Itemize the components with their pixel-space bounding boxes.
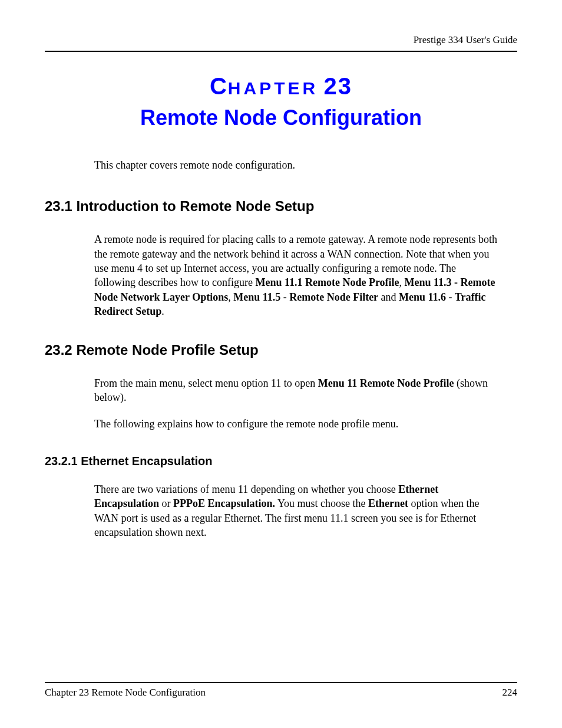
section-23-2-1-paragraph: There are two variations of menu 11 depe… <box>94 482 500 539</box>
section-23-2-paragraph-1: From the main menu, select menu option 1… <box>94 376 500 405</box>
header-guide-title: Prestige 334 User's Guide <box>45 34 517 46</box>
footer-chapter-label: Chapter 23 Remote Node Configuration <box>45 687 206 699</box>
text-run: or <box>159 498 173 509</box>
chapter-intro: This chapter covers remote node configur… <box>94 159 500 172</box>
chapter-prefix-small: HAPTER <box>228 78 318 98</box>
bold-menu-11-5: Menu 11.5 - Remote Node Filter <box>233 291 378 303</box>
page-footer: Chapter 23 Remote Node Configuration 224 <box>45 682 517 699</box>
section-23-2-paragraph-2: The following explains how to configure … <box>94 417 500 431</box>
bold-ethernet: Ethernet <box>368 498 408 509</box>
footer-rule <box>45 682 517 683</box>
text-run: , <box>228 291 233 303</box>
bold-menu-11: Menu 11 Remote Node Profile <box>318 377 454 389</box>
footer-page-number: 224 <box>503 687 518 699</box>
bold-pppoe-encap: PPPoE Encapsulation. <box>173 498 275 509</box>
section-23-2-1-heading: 23.2.1 Ethernet Encapsulation <box>45 454 517 468</box>
chapter-title: Remote Node Configuration <box>45 106 517 130</box>
section-23-1-paragraph: A remote node is required for placing ca… <box>94 232 500 318</box>
text-run: , <box>399 276 405 288</box>
text-run: From the main menu, select menu option 1… <box>94 377 318 389</box>
text-run: There are two variations of menu 11 depe… <box>94 483 398 495</box>
section-23-1-heading: 23.1 Introduction to Remote Node Setup <box>45 198 517 215</box>
text-run: and <box>378 291 399 303</box>
text-run: You must choose the <box>275 498 368 509</box>
chapter-prefix-large: C <box>210 73 228 99</box>
section-23-2-heading: 23.2 Remote Node Profile Setup <box>45 342 517 358</box>
chapter-number: 23 <box>324 73 353 99</box>
chapter-label: CHAPTER 23 <box>45 73 517 100</box>
header-rule <box>45 51 517 52</box>
text-run: . <box>161 305 164 317</box>
bold-menu-11-1: Menu 11.1 Remote Node Profile <box>255 276 399 288</box>
